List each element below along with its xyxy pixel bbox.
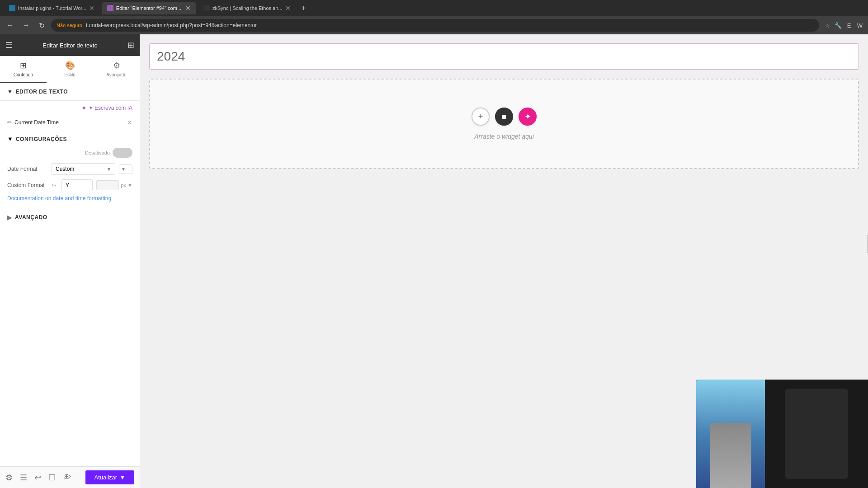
custom-format-input[interactable]	[61, 179, 93, 191]
tab-3[interactable]: zkSync | Scaling the Ethos an... ✕	[198, 2, 296, 14]
current-date-time-close[interactable]: ✕	[127, 119, 132, 126]
sidebar-bottom: ⚙ ☰ ↩ ☐ 👁 Atualizar ▼	[0, 466, 140, 488]
add-ai-button[interactable]: ✦	[519, 108, 537, 126]
avancado-title: Avançado	[15, 214, 47, 221]
address-bar[interactable]: Não seguro tutorial-wordpress.local/wp-a…	[51, 19, 819, 32]
video-overlay	[696, 380, 868, 488]
add-section-button[interactable]: +	[472, 108, 490, 126]
responsive-bottom-icon[interactable]: ☐	[48, 473, 56, 483]
bottom-icons: ⚙ ☰ ↩ ☐ 👁	[5, 473, 71, 483]
security-badge: Não seguro	[57, 23, 82, 28]
history-bottom-icon[interactable]: ↩	[34, 473, 41, 483]
write-ai-button[interactable]: ✦ ✦ Escreva com IA	[0, 101, 140, 115]
back-button[interactable]: ←	[4, 19, 16, 31]
tab-title-3: zkSync | Scaling the Ethos an...	[212, 5, 283, 11]
avancado-icon: ⚙	[113, 61, 120, 70]
select-arrow-icon: ▼	[107, 167, 111, 172]
avancado-header[interactable]: ▶ Avançado	[7, 214, 132, 221]
tab-2[interactable]: Editar "Elementor #94" com ... ✕	[102, 2, 196, 14]
main-layout: ☰ Editar Editor de texto ⊞ ⊞ Conteúdo 🎨 …	[0, 34, 868, 488]
toggle-switch[interactable]	[113, 148, 132, 158]
date-format-extra-select[interactable]: ▼	[119, 164, 132, 174]
px-input[interactable]	[96, 180, 119, 190]
tab-favicon-2	[107, 5, 113, 11]
grid-icon[interactable]: ⊞	[127, 40, 134, 50]
date-format-select[interactable]: Custom ▼	[52, 163, 115, 175]
video-inner	[696, 380, 868, 488]
tab-conteudo[interactable]: ⊞ Conteúdo	[0, 56, 47, 83]
editor-section-title: ▼ Editor de texto	[7, 89, 68, 95]
avancado-expand-icon: ▶	[7, 214, 12, 221]
toolbar-icons: ☆ 🔧 E W	[823, 21, 864, 30]
sidebar-content: ▼ Editor de texto ✦ ✦ Escreva com IA ✏ C…	[0, 83, 140, 466]
tab-estilo[interactable]: 🎨 Estilo	[47, 56, 93, 83]
extra-arrow-icon: ▼	[121, 167, 126, 172]
sidebar-tabs: ⊞ Conteúdo 🎨 Estilo ⚙ Avançado	[0, 56, 140, 83]
tab-close-1[interactable]: ✕	[89, 5, 94, 12]
ai-sparkle-icon: ✦	[81, 104, 87, 112]
browser-titlebar: Instalar plugins · Tutorial Wor... ✕ Edi…	[0, 0, 868, 16]
doc-link[interactable]: Documentation on date and time formattin…	[7, 195, 132, 202]
bookmark-icon[interactable]: ☆	[823, 21, 832, 30]
tab-title-1: Instalar plugins · Tutorial Wor...	[18, 5, 86, 11]
road-overlay	[710, 423, 751, 488]
text-preview-box[interactable]: 2024	[149, 43, 859, 70]
update-button[interactable]: Atualizar ▼	[85, 470, 134, 484]
sidebar-header: ☰ Editar Editor de texto ⊞	[0, 34, 140, 56]
configuracoes-header[interactable]: ▼ Configurações	[7, 136, 132, 142]
tab-avancado-label: Avançado	[106, 72, 126, 77]
sidebar-title: Editar Editor de texto	[42, 42, 97, 49]
tab-close-2[interactable]: ✕	[185, 5, 191, 12]
person-silhouette	[785, 389, 848, 479]
tab-favicon-3	[203, 5, 210, 11]
address-text: tutorial-wordpress.local/wp-admin/post.p…	[86, 22, 257, 28]
tab-avancado[interactable]: ⚙ Avançado	[93, 56, 140, 83]
text-preview-value: 2024	[157, 49, 185, 63]
elementor-sidebar: ☰ Editar Editor de texto ⊞ ⊞ Conteúdo 🎨 …	[0, 34, 140, 488]
toggle-container: Desativado	[7, 148, 132, 158]
pencil-icon: ✏	[7, 119, 12, 126]
reload-button[interactable]: ↻	[36, 19, 47, 32]
resize-icon: ⇔	[52, 182, 56, 188]
date-format-value: Custom	[56, 166, 74, 172]
configuracoes-arrow: ▼	[7, 136, 13, 142]
tab-close-3[interactable]: ✕	[285, 5, 291, 12]
widget-drop-area[interactable]: + ■ ✦ Arraste o widget aqui	[149, 79, 859, 169]
px-unit: px ▼	[121, 183, 132, 188]
layers-bottom-icon[interactable]: ☰	[20, 473, 27, 483]
hamburger-icon[interactable]: ☰	[5, 40, 13, 50]
canvas-area: 2024 + ■ ✦ Arraste o widget aqui	[140, 34, 868, 488]
settings-bottom-icon[interactable]: ⚙	[5, 473, 13, 483]
tab-1[interactable]: Instalar plugins · Tutorial Wor... ✕	[4, 2, 100, 14]
avancado-section: ▶ Avançado	[0, 208, 140, 226]
configuracoes-section: ▼ Configurações Desativado Date Format	[0, 130, 140, 208]
update-button-label: Atualizar	[94, 474, 118, 481]
configuracoes-title: Configurações	[16, 136, 67, 142]
toggle-label: Desativado	[85, 150, 110, 155]
tab-favicon-1	[9, 5, 15, 11]
drop-area-text: Arraste o widget aqui	[474, 133, 534, 140]
extension-icon-3[interactable]: W	[855, 21, 864, 30]
conteudo-icon: ⊞	[20, 61, 27, 70]
tab-conteudo-label: Conteúdo	[14, 72, 33, 77]
update-chevron-icon: ▼	[120, 474, 125, 481]
px-row: px ▼	[96, 180, 132, 190]
current-date-time-label: ✏ Current Date Time	[7, 119, 59, 126]
section-arrow-left: ▼	[7, 89, 13, 95]
preview-bottom-icon[interactable]: 👁	[63, 473, 71, 483]
estilo-icon: 🎨	[65, 61, 75, 70]
tab-estilo-label: Estilo	[64, 72, 75, 77]
tab-title-2: Editar "Elementor #94" com ...	[116, 5, 183, 11]
browser-toolbar: ← → ↻ Não seguro tutorial-wordpress.loca…	[0, 16, 868, 34]
editor-section-header[interactable]: ▼ Editor de texto	[0, 83, 140, 101]
extension-icon-1[interactable]: 🔧	[834, 21, 843, 30]
video-thumbnail	[696, 380, 765, 488]
extension-icon-2[interactable]: E	[844, 21, 854, 30]
date-format-label: Date Format	[7, 166, 48, 172]
custom-format-row: Custom Format ⇔ px ▼	[7, 179, 132, 191]
new-tab-button[interactable]: +	[298, 4, 310, 13]
forward-button[interactable]: →	[20, 19, 33, 31]
custom-format-label: Custom Format	[7, 182, 48, 188]
add-template-button[interactable]: ■	[495, 108, 513, 126]
widget-add-buttons: + ■ ✦	[472, 108, 537, 126]
